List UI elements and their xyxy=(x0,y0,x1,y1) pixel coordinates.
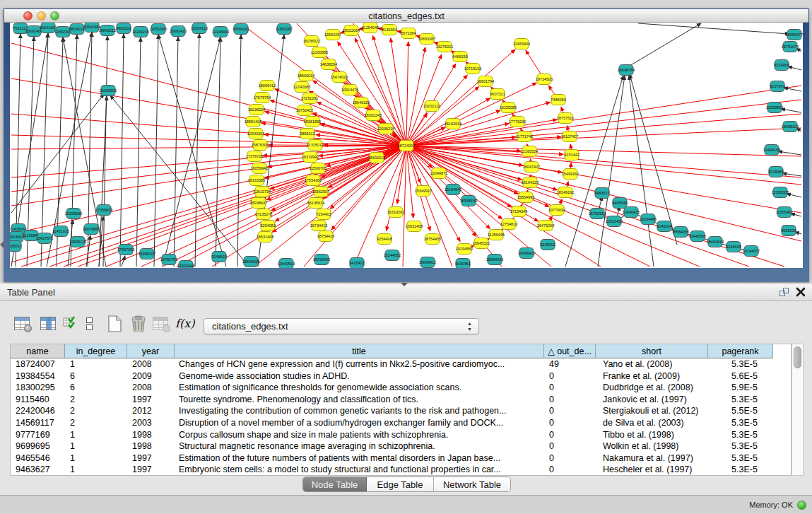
graph-node-label: 15204113 xyxy=(191,26,208,30)
graph-node-label: 15499161 xyxy=(562,172,579,176)
cell: 0 xyxy=(544,370,596,382)
graph-node-label: 9607321 xyxy=(490,92,505,96)
table-row[interactable]: 946362711997Embryonic stem cells: a mode… xyxy=(11,464,791,476)
select-all-button[interactable] xyxy=(63,316,77,334)
graph-node-label: 17251291 xyxy=(301,96,318,100)
column-header-year[interactable]: year xyxy=(127,344,175,358)
cell: 5.3E-5 xyxy=(708,417,773,429)
graph-node-label: 3913901 xyxy=(10,235,24,239)
collapse-down-splitter-icon[interactable] xyxy=(401,283,408,286)
graph-node-label: 18463029 xyxy=(242,259,259,264)
graph-node-label: 12506705 xyxy=(310,166,326,170)
table-row[interactable]: 969969511998Structural magnetic resonanc… xyxy=(11,440,791,452)
graph-node-label: 15751074 xyxy=(782,45,799,49)
rows-icon-button[interactable] xyxy=(86,317,93,332)
graph-node-label: 12146404 xyxy=(212,30,229,34)
graph-node-label: 18300215 xyxy=(368,156,385,160)
select-columns-button[interactable] xyxy=(40,317,56,330)
graph-node-label: 9565012 xyxy=(10,244,22,248)
graph-node-label: 9565033 xyxy=(781,228,796,233)
graph-node-label: 16734415 xyxy=(310,223,327,228)
cell: Stergiakouli et al. (2012) xyxy=(596,405,708,417)
graph-node-label: 18322064 xyxy=(343,28,360,33)
node-table[interactable]: namein_degreeyeartitle△ out_de...shortpa… xyxy=(10,344,792,476)
table-row[interactable]: 1872400712008Changes of HCN gene express… xyxy=(11,358,791,370)
table-row[interactable]: 977716911998Corpus callosum shape and si… xyxy=(11,429,791,441)
table-settings-button[interactable] xyxy=(14,317,30,330)
graph-node-label: 5572384 xyxy=(401,31,416,35)
cell: 2 xyxy=(65,394,127,406)
cell: 0 xyxy=(544,429,596,441)
cell: Structural magnetic resonance image aver… xyxy=(175,440,544,452)
cell: 1998 xyxy=(127,429,175,441)
graph-node-label: 10946420 xyxy=(518,251,535,255)
table-row[interactable]: 2242004622012Investigating the contribut… xyxy=(11,405,791,417)
graph-node-label: 9254083 xyxy=(260,223,275,228)
new-table-button[interactable] xyxy=(107,315,122,335)
graph-node-label: 18349192 xyxy=(557,190,574,194)
graph-node-label: 16236524 xyxy=(248,107,265,112)
tab-edge-table[interactable]: Edge Table xyxy=(367,477,434,492)
cell: 1 xyxy=(65,440,127,452)
table-scrollbar[interactable] xyxy=(792,344,804,476)
graph-node-label: 18757510 xyxy=(557,116,574,120)
collapse-left-splitter-icon[interactable] xyxy=(0,241,4,248)
cell: 2 xyxy=(65,417,127,429)
graph-node-label: 12093853 xyxy=(766,105,783,110)
graph-node-label: 12505115 xyxy=(69,240,86,244)
cell: 9465546 xyxy=(11,452,65,465)
tab-network-table[interactable]: Network Table xyxy=(434,477,510,492)
scrollbar-thumb[interactable] xyxy=(794,346,801,368)
column-header-pagerank[interactable]: pagerank xyxy=(708,344,773,358)
graph-node-label: 20206535 xyxy=(65,211,82,216)
graph-node-label: 9246603 xyxy=(211,255,226,259)
graph-node-label: 11451915 xyxy=(52,229,69,233)
float-panel-icon[interactable] xyxy=(779,288,789,297)
table-row[interactable]: 946554611997Estimation of the future num… xyxy=(11,452,791,465)
graph-node-label: 18463044 xyxy=(707,240,724,244)
graph-node-label: 16135624 xyxy=(307,201,324,205)
table-selector-dropdown[interactable]: citations_edges.txt ▲▼ xyxy=(204,318,479,334)
table-row[interactable]: 1938455462009Genome-wide association stu… xyxy=(11,370,791,382)
cell: 1 xyxy=(65,429,127,441)
table-row[interactable]: 1456911722003Disruption of a novel membe… xyxy=(11,417,791,429)
table-panel-title: Table Panel xyxy=(7,284,55,301)
graph-node-label: 18056412 xyxy=(259,83,276,88)
graph-node-label: 10305461 xyxy=(776,210,793,214)
cell: 5.3E-5 xyxy=(708,464,773,476)
close-panel-icon[interactable] xyxy=(796,287,806,297)
cell: Changes of HCN gene expression and I(f) … xyxy=(175,358,544,370)
graph-node-label: 18163385 xyxy=(248,178,265,182)
graph-node-label: 9254408 xyxy=(377,237,392,241)
cell: 5.3E-5 xyxy=(708,452,773,465)
column-header-short[interactable]: short xyxy=(596,344,708,358)
graph-node-label: 11254049 xyxy=(362,25,379,30)
graph-node-label: 22040871 xyxy=(430,171,447,175)
graph-node-label: 9886012 xyxy=(300,132,314,136)
cell: 5.6E-5 xyxy=(708,370,773,382)
graph-node-label: 15349917 xyxy=(415,189,432,193)
table-row[interactable]: 1830029562008Estimation of significance … xyxy=(11,382,791,394)
graph-node-label: 17154349 xyxy=(510,209,527,214)
graph-node-label: 16648784 xyxy=(618,68,635,72)
window-titlebar[interactable]: citations_edges.txt xyxy=(4,9,808,23)
tab-node-table[interactable]: Node Table xyxy=(303,477,367,492)
function-builder-button[interactable]: f(x) xyxy=(175,317,194,330)
column-header-name[interactable]: name xyxy=(11,344,65,358)
table-row[interactable]: 911546021997Tourette syndrome. Phenomeno… xyxy=(11,394,791,406)
cell: Nakamura et al. (1997) xyxy=(596,452,708,465)
column-header-title[interactable]: title xyxy=(175,344,544,358)
graph-node-label: 13435061 xyxy=(10,227,27,231)
column-header-out_de[interactable]: △ out_de... xyxy=(544,344,596,358)
network-canvas[interactable]: 7562121206914061602140312652104882401410… xyxy=(10,23,803,268)
column-header-in_degree[interactable]: in_degree xyxy=(65,344,127,358)
cell: Franke et al. (2009) xyxy=(596,370,708,382)
cell: 1 xyxy=(65,452,127,465)
graph-node-label: 12923448 xyxy=(177,264,194,268)
graph-node-label: 16782910 xyxy=(589,211,606,216)
graph-node-label: 17957255 xyxy=(117,247,134,252)
graph-node-label: 16107427 xyxy=(561,134,578,139)
graph-node-label: 16958155 xyxy=(460,199,477,203)
delete-trash-button[interactable] xyxy=(131,315,146,335)
graph-node-label: 16584077 xyxy=(786,33,803,37)
